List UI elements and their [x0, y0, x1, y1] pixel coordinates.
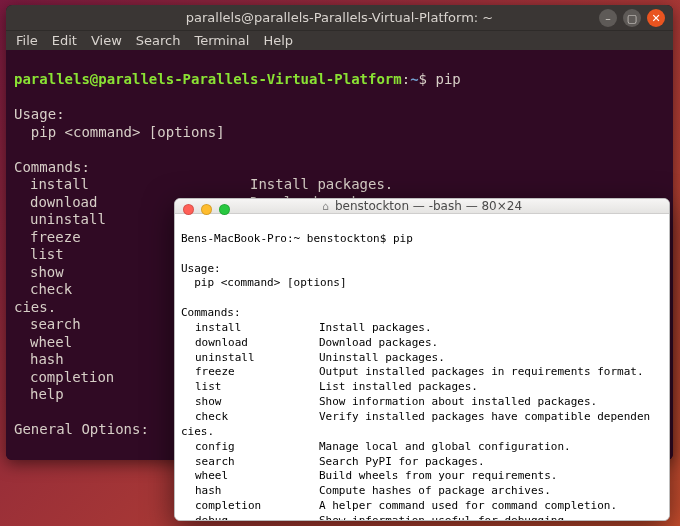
mac-title: benstockton — -bash — 80×24 — [335, 199, 522, 213]
mac-terminal-window: ⌂ benstockton — -bash — 80×24 Bens-MacBo… — [174, 198, 670, 521]
command-desc: Output installed packages in requirement… — [319, 365, 663, 380]
command-row: checkVerify installed packages have comp… — [181, 410, 663, 425]
command-name: wheel — [181, 469, 319, 484]
command-name: check — [181, 410, 319, 425]
ubuntu-titlebar[interactable]: parallels@parallels-Parallels-Virtual-Pl… — [6, 5, 673, 30]
command-row: searchSearch PyPI for packages. — [181, 455, 663, 470]
mac-terminal-body[interactable]: Bens-MacBook-Pro:~ benstockton$ pip Usag… — [175, 214, 669, 521]
command-row: hashCompute hashes of package archives. — [181, 484, 663, 499]
command-name: debug — [181, 514, 319, 521]
command-desc: Manage local and global configuration. — [319, 440, 663, 455]
command-row: wheelBuild wheels from your requirements… — [181, 469, 663, 484]
command-row: listList installed packages. — [181, 380, 663, 395]
command-desc: Install packages. — [319, 321, 663, 336]
close-button[interactable]: ✕ — [647, 9, 665, 27]
ubuntu-menubar: File Edit View Search Terminal Help — [6, 30, 673, 50]
mac-usage-header: Usage: — [181, 262, 221, 275]
minimize-button[interactable] — [201, 204, 212, 215]
minimize-button[interactable]: – — [599, 9, 617, 27]
command-desc: A helper command used for command comple… — [319, 499, 663, 514]
command-name: show — [181, 395, 319, 410]
menu-view[interactable]: View — [91, 33, 122, 48]
ubuntu-title: parallels@parallels-Parallels-Virtual-Pl… — [186, 10, 493, 25]
command-name: search — [181, 455, 319, 470]
command-name: config — [181, 440, 319, 455]
menu-file[interactable]: File — [16, 33, 38, 48]
command-row: downloadDownload packages. — [181, 336, 663, 351]
ubuntu-prompt-path: ~ — [410, 71, 418, 87]
ubuntu-prompt-user: parallels@parallels-Parallels-Virtual-Pl… — [14, 71, 402, 87]
maximize-button[interactable]: ▢ — [623, 9, 641, 27]
menu-search[interactable]: Search — [136, 33, 181, 48]
command-desc: Compute hashes of package archives. — [319, 484, 663, 499]
ubuntu-prompt-symbol: $ — [419, 71, 427, 87]
command-desc: Show information useful for debugging. — [319, 514, 663, 521]
maximize-button[interactable] — [219, 204, 230, 215]
mac-command: pip — [393, 232, 413, 245]
ubuntu-window-controls: – ▢ ✕ — [599, 9, 665, 27]
command-name: hash — [181, 484, 319, 499]
command-row: debugShow information useful for debuggi… — [181, 514, 663, 521]
command-row: installInstall packages. — [181, 321, 663, 336]
command-desc: List installed packages. — [319, 380, 663, 395]
menu-help[interactable]: Help — [263, 33, 293, 48]
ubuntu-usage-line: pip <command> [options] — [14, 124, 225, 140]
mac-prompt: Bens-MacBook-Pro:~ benstockton$ — [181, 232, 393, 245]
ubuntu-wrap: cies. — [14, 299, 56, 315]
command-desc: Verify installed packages have compatibl… — [319, 410, 663, 425]
command-row: uninstallUninstall packages. — [181, 351, 663, 366]
command-row: freezeOutput installed packages in requi… — [181, 365, 663, 380]
command-row: installInstall packages. — [14, 176, 665, 194]
command-name: completion — [181, 499, 319, 514]
command-row: completionA helper command used for comm… — [181, 499, 663, 514]
ubuntu-commands-header: Commands: — [14, 159, 90, 175]
ubuntu-command: pip — [435, 71, 460, 87]
menu-terminal[interactable]: Terminal — [194, 33, 249, 48]
ubuntu-general-header: General Options: — [14, 421, 149, 437]
mac-usage-line: pip <command> [options] — [181, 276, 347, 289]
command-name: list — [181, 380, 319, 395]
mac-titlebar[interactable]: ⌂ benstockton — -bash — 80×24 — [175, 199, 669, 214]
command-name: download — [181, 336, 319, 351]
command-desc: Search PyPI for packages. — [319, 455, 663, 470]
mac-commands-header: Commands: — [181, 306, 241, 319]
command-row: showShow information about installed pac… — [181, 395, 663, 410]
command-name: install — [14, 176, 250, 194]
close-button[interactable] — [183, 204, 194, 215]
command-desc: Download packages. — [319, 336, 663, 351]
command-desc: Uninstall packages. — [319, 351, 663, 366]
ubuntu-usage-header: Usage: — [14, 106, 65, 122]
mac-window-controls — [183, 204, 230, 215]
command-name: freeze — [181, 365, 319, 380]
command-desc: Install packages. — [250, 176, 393, 194]
command-desc: Build wheels from your requirements. — [319, 469, 663, 484]
command-row: configManage local and global configurat… — [181, 440, 663, 455]
home-icon: ⌂ — [322, 200, 329, 213]
command-name: install — [181, 321, 319, 336]
mac-wrap: cies. — [181, 425, 214, 438]
menu-edit[interactable]: Edit — [52, 33, 77, 48]
command-name: uninstall — [181, 351, 319, 366]
command-desc: Show information about installed package… — [319, 395, 663, 410]
